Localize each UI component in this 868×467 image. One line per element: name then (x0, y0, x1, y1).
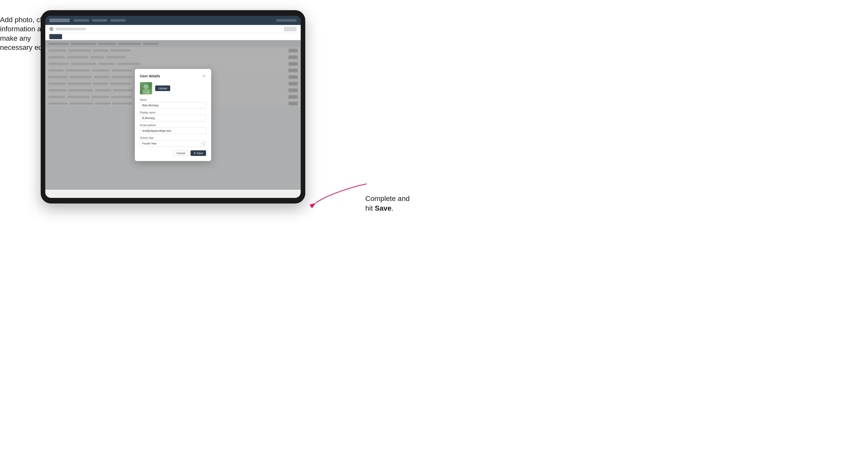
app-nav (74, 19, 126, 22)
modal-overlay: User details × Upload Name (45, 40, 301, 190)
school-year-select[interactable]: Fourth Year First Year Second Year Third… (140, 140, 206, 147)
name-label: Name (140, 98, 206, 101)
nav-item-1 (74, 19, 89, 22)
select-clear-icon[interactable]: × (201, 142, 203, 145)
save-icon: ⬆ (194, 152, 196, 155)
modal-footer: Cancel ⬆ Save (140, 150, 206, 156)
nav-item-3 (111, 19, 126, 22)
modal-title: User details (140, 74, 160, 78)
email-field-group: Email address (140, 124, 206, 134)
upload-button[interactable]: Upload (155, 86, 170, 91)
content-area: User details × Upload Name (45, 40, 301, 190)
nav-right (276, 19, 297, 22)
tablet-device: User details × Upload Name (41, 10, 305, 204)
sub-header-icon (49, 27, 54, 31)
app-header (45, 16, 301, 25)
annotation-arrow-right (308, 179, 369, 207)
sub-header-breadcrumb (56, 28, 86, 30)
school-year-field-group: School Year Fourth Year First Year Secon… (140, 136, 206, 147)
chevron-icon: ▲ ▼ (203, 141, 205, 146)
app-logo (49, 19, 70, 22)
nav-item-2 (92, 19, 107, 22)
email-label: Email address (140, 124, 206, 127)
annotation-right: Complete and hit Save. (365, 194, 431, 213)
active-tab (49, 34, 62, 39)
sub-header-button (284, 27, 297, 31)
photo-thumbnail (140, 82, 152, 94)
display-name-label: Display name (140, 111, 206, 114)
tablet-screen: User details × Upload Name (45, 16, 301, 198)
close-icon[interactable]: × (202, 74, 206, 78)
display-name-field-group: Display name (140, 111, 206, 121)
email-input[interactable] (140, 127, 206, 134)
save-button[interactable]: ⬆ Save (190, 150, 206, 156)
school-year-label: School Year (140, 136, 206, 139)
name-input[interactable] (140, 102, 206, 108)
name-field-group: Name (140, 98, 206, 108)
modal-header: User details × (140, 74, 206, 78)
save-label: Save (197, 152, 203, 155)
tab-bar (45, 33, 301, 40)
school-year-select-wrapper: Fourth Year First Year Second Year Third… (140, 140, 206, 147)
user-details-modal: User details × Upload Name (135, 69, 211, 161)
sub-header (45, 25, 301, 33)
cancel-button[interactable]: Cancel (173, 150, 188, 156)
photo-section: Upload (140, 82, 206, 94)
display-name-input[interactable] (140, 115, 206, 121)
